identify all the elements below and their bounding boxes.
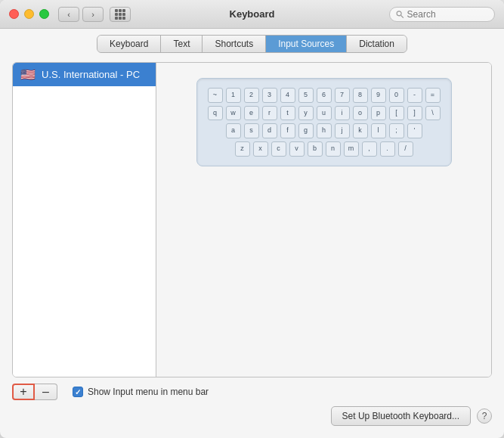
show-input-menu-checkbox[interactable]: ✓ [73, 387, 83, 397]
kb-key: ' [407, 123, 422, 138]
minimize-button[interactable] [24, 9, 34, 19]
kb-row-2: q w e r t y u i o p [ ] \ [208, 106, 441, 121]
kb-key: \ [425, 106, 441, 121]
kb-key: ] [407, 106, 422, 121]
back-icon: ‹ [67, 10, 70, 19]
grid-button[interactable] [110, 7, 131, 22]
kb-row-4: z x c v b n m , . / [208, 141, 441, 157]
kb-key: u [317, 106, 332, 121]
kb-key: t [280, 106, 295, 121]
kb-key: i [335, 106, 350, 121]
kb-key: ~ [208, 88, 223, 103]
kb-key: g [298, 123, 314, 138]
add-remove-buttons: + – [12, 384, 57, 400]
main-content: 🇺🇸 U.S. International - PC ~ 1 2 3 4 5 6 [0, 53, 504, 438]
kb-key: c [271, 141, 286, 157]
kb-key: 8 [353, 88, 368, 103]
add-input-source-button[interactable]: + [12, 384, 35, 400]
setup-bluetooth-keyboard-button[interactable]: Set Up Bluetooth Keyboard... [331, 406, 471, 426]
svg-point-0 [397, 11, 401, 15]
kb-key: 0 [389, 88, 404, 103]
minus-icon: – [42, 385, 49, 399]
tab-keyboard[interactable]: Keyboard [97, 36, 161, 52]
kb-key: x [253, 141, 268, 157]
kb-key: h [317, 123, 332, 138]
plus-icon: + [20, 385, 26, 399]
kb-row-1: ~ 1 2 3 4 5 6 7 8 9 0 - = [208, 88, 441, 103]
forward-button[interactable]: › [82, 7, 104, 22]
kb-key: q [208, 106, 223, 121]
kb-key: 2 [244, 88, 259, 103]
kb-key: - [407, 88, 422, 103]
kb-key: 3 [262, 88, 277, 103]
search-icon [396, 10, 404, 19]
kb-row-3: a s d f g h j k l ; ' [208, 123, 441, 138]
kb-key: m [344, 141, 359, 157]
kb-key: n [326, 141, 341, 157]
kb-key: . [380, 141, 395, 157]
checkmark-icon: ✓ [75, 388, 81, 396]
tab-dictation[interactable]: Dictation [347, 36, 407, 52]
search-box[interactable] [389, 7, 495, 22]
svg-line-1 [401, 15, 404, 17]
sidebar: 🇺🇸 U.S. International - PC [13, 63, 156, 377]
kb-key: j [335, 123, 350, 138]
tabs-container: Keyboard Text Shortcuts Input Sources Di… [97, 35, 407, 53]
bottom-controls: + – ✓ Show Input menu in menu bar [12, 384, 492, 400]
nav-buttons: ‹ › [58, 7, 104, 22]
title-bar: ‹ › Keyboard [0, 0, 504, 29]
sidebar-item-us-international[interactable]: 🇺🇸 U.S. International - PC [13, 63, 156, 86]
content-area: 🇺🇸 U.S. International - PC ~ 1 2 3 4 5 6 [12, 62, 492, 377]
kb-key: w [226, 106, 241, 121]
keyboard-visual: ~ 1 2 3 4 5 6 7 8 9 0 - = [196, 78, 452, 166]
kb-key: a [226, 123, 241, 138]
kb-key: b [308, 141, 323, 157]
kb-key: p [371, 106, 386, 121]
keyboard-preview-area: ~ 1 2 3 4 5 6 7 8 9 0 - = [156, 63, 491, 377]
tab-shortcuts[interactable]: Shortcuts [203, 36, 266, 52]
window: ‹ › Keyboard Keyboard Text Sh [0, 0, 504, 438]
kb-key: = [425, 88, 441, 103]
sidebar-item-label: U.S. International - PC [42, 69, 140, 80]
question-mark-icon: ? [482, 411, 487, 421]
show-input-menu-option: ✓ Show Input menu in menu bar [73, 387, 209, 397]
window-title: Keyboard [230, 8, 275, 20]
kb-key: 7 [335, 88, 350, 103]
remove-input-source-button[interactable]: – [35, 384, 57, 400]
close-button[interactable] [9, 9, 19, 19]
kb-key: 1 [226, 88, 241, 103]
kb-key: z [235, 141, 250, 157]
forward-icon: › [91, 10, 94, 19]
kb-key: 6 [317, 88, 332, 103]
kb-key: k [353, 123, 368, 138]
kb-key: y [298, 106, 314, 121]
kb-key: r [262, 106, 277, 121]
search-input[interactable] [407, 9, 488, 20]
back-button[interactable]: ‹ [58, 7, 79, 22]
kb-key: f [280, 123, 295, 138]
help-button[interactable]: ? [477, 408, 492, 424]
kb-key: l [371, 123, 386, 138]
show-input-menu-label: Show Input menu in menu bar [88, 387, 209, 397]
grid-icon [115, 9, 125, 20]
tab-input-sources[interactable]: Input Sources [266, 36, 347, 52]
kb-key: / [398, 141, 413, 157]
kb-key: , [362, 141, 377, 157]
maximize-button[interactable] [39, 9, 49, 19]
kb-key: e [244, 106, 259, 121]
kb-key: [ [389, 106, 404, 121]
kb-key: s [244, 123, 259, 138]
kb-key: 4 [280, 88, 295, 103]
tab-text[interactable]: Text [161, 36, 203, 52]
tab-bar: Keyboard Text Shortcuts Input Sources Di… [0, 29, 504, 53]
kb-key: v [289, 141, 305, 157]
kb-key: 5 [298, 88, 314, 103]
kb-key: d [262, 123, 277, 138]
kb-key: 9 [371, 88, 386, 103]
footer: Set Up Bluetooth Keyboard... ? [12, 400, 492, 429]
flag-icon: 🇺🇸 [20, 67, 36, 82]
kb-key: o [353, 106, 368, 121]
traffic-lights [9, 9, 49, 19]
kb-key: ; [389, 123, 404, 138]
